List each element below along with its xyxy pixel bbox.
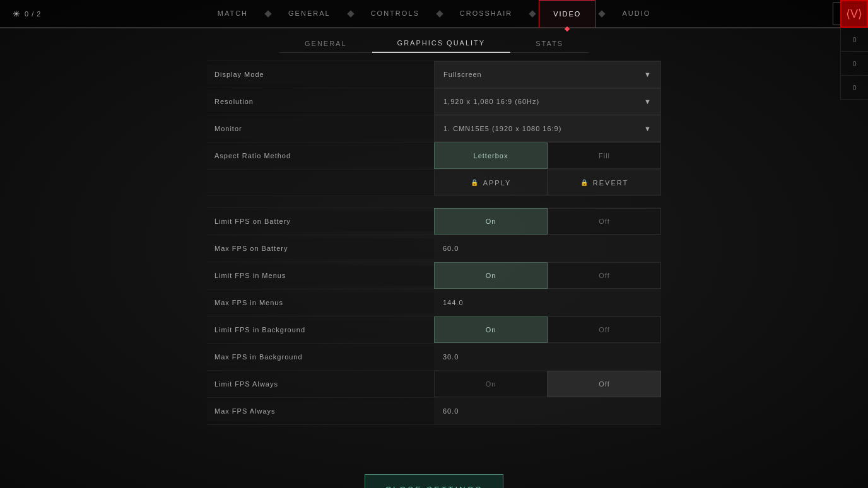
- max-fps-background-row: Max FPS in Background 30.0: [207, 344, 661, 371]
- max-fps-menus-label: Max FPS in Menus: [207, 293, 434, 313]
- limit-fps-battery-on[interactable]: On: [434, 208, 548, 235]
- max-fps-always-row: Max FPS Always 60.0: [207, 398, 661, 425]
- max-fps-menus-value: 144.0: [434, 289, 661, 316]
- display-mode-dropdown[interactable]: Fullscreen ▼: [434, 61, 661, 88]
- agent-symbol: ⟨V⟩: [846, 7, 862, 21]
- max-fps-always-value: 60.0: [434, 398, 661, 424]
- monitor-control: 1. CMN15E5 (1920 x 1080 16:9) ▼: [434, 115, 661, 142]
- max-fps-always-label: Max FPS Always: [207, 401, 434, 421]
- limit-fps-menus-row: Limit FPS in Menus On Off: [207, 262, 661, 289]
- dropdown-arrow-1: ▼: [644, 71, 652, 78]
- limit-fps-menus-toggle: On Off: [434, 262, 661, 289]
- limit-fps-always-label: Limit FPS Always: [207, 374, 434, 394]
- monitor-dropdown[interactable]: 1. CMN15E5 (1920 x 1080 16:9) ▼: [434, 115, 661, 142]
- nav-item-general[interactable]: GENERAL: [274, 0, 344, 28]
- nav-item-video[interactable]: VIDEO: [539, 0, 595, 28]
- limit-fps-battery-toggle: On Off: [434, 208, 661, 235]
- limit-fps-menus-label: Limit FPS in Menus: [207, 265, 434, 286]
- limit-fps-always-control: On Off: [434, 371, 661, 397]
- limit-fps-always-off[interactable]: Off: [548, 371, 661, 397]
- max-fps-background-control: 30.0: [434, 344, 661, 370]
- apply-button[interactable]: 🔒 APPLY: [434, 170, 548, 195]
- nav-item-crosshair[interactable]: CROSSHAIR: [446, 0, 526, 28]
- sub-tab-general[interactable]: GENERAL: [279, 35, 372, 53]
- limit-fps-background-on[interactable]: On: [434, 317, 548, 343]
- match-counter: ✳ 0 / 2: [13, 9, 41, 19]
- limit-fps-background-control: On Off: [434, 317, 661, 343]
- nav-item-match[interactable]: MATCH: [204, 0, 262, 28]
- agent-icon[interactable]: ⟨V⟩: [840, 0, 868, 28]
- nav-tabs: MATCH GENERAL CONTROLS CROSSHAIR VIDEO A…: [204, 0, 664, 28]
- monitor-row: Monitor 1. CMN15E5 (1920 x 1080 16:9) ▼: [207, 115, 661, 142]
- dropdown-arrow-2: ▼: [644, 98, 652, 105]
- apply-revert-row: 🔒 APPLY 🔒 REVERT: [207, 170, 661, 196]
- limit-fps-always-toggle: On Off: [434, 371, 661, 397]
- settings-panel: Display Mode Fullscreen ▼ Resolution 1,9…: [207, 61, 661, 436]
- aspect-ratio-control: Letterbox Fill: [434, 142, 661, 169]
- limit-fps-battery-control: On Off: [434, 208, 661, 235]
- side-stat-2: 0: [841, 52, 869, 76]
- display-settings-group: Display Mode Fullscreen ▼ Resolution 1,9…: [207, 61, 661, 196]
- lock-icon-apply: 🔒: [471, 179, 479, 186]
- limit-fps-battery-off[interactable]: Off: [548, 208, 661, 235]
- aspect-ratio-label: Aspect Ratio Method: [207, 146, 434, 166]
- limit-fps-always-row: Limit FPS Always On Off: [207, 371, 661, 398]
- nav-connector-4: [529, 10, 536, 17]
- max-fps-background-label: Max FPS in Background: [207, 347, 434, 367]
- nav-connector-3: [436, 10, 443, 17]
- display-mode-control: Fullscreen ▼: [434, 61, 661, 88]
- limit-fps-menus-control: On Off: [434, 262, 661, 289]
- limit-fps-background-row: Limit FPS in Background On Off: [207, 317, 661, 344]
- fill-toggle[interactable]: Fill: [548, 142, 661, 169]
- max-fps-menus-row: Max FPS in Menus 144.0: [207, 289, 661, 317]
- nav-connector-2: [347, 10, 354, 17]
- max-fps-background-value: 30.0: [434, 344, 661, 370]
- resolution-control: 1,920 x 1,080 16:9 (60Hz) ▼: [434, 88, 661, 115]
- limit-fps-background-label: Limit FPS in Background: [207, 320, 434, 340]
- max-fps-battery-label: Max FPS on Battery: [207, 238, 434, 259]
- lock-icon-revert: 🔒: [580, 179, 589, 186]
- snowflake-icon: ✳: [13, 9, 21, 19]
- top-navigation: ✳ 0 / 2 MATCH GENERAL CONTROLS CROSSHAIR…: [0, 0, 868, 28]
- letterbox-toggle[interactable]: Letterbox: [434, 142, 548, 169]
- resolution-dropdown[interactable]: 1,920 x 1,080 16:9 (60Hz) ▼: [434, 88, 661, 115]
- limit-fps-always-on[interactable]: On: [434, 371, 548, 397]
- resolution-row: Resolution 1,920 x 1,080 16:9 (60Hz) ▼: [207, 88, 661, 115]
- sub-tabs: GENERAL GRAPHICS QUALITY STATS: [279, 34, 589, 53]
- apply-spacer: [207, 170, 434, 195]
- side-stat-1: 0: [841, 28, 869, 52]
- nav-item-controls[interactable]: CONTROLS: [357, 0, 433, 28]
- limit-fps-background-toggle: On Off: [434, 317, 661, 343]
- max-fps-battery-value: 60.0: [434, 235, 661, 262]
- limit-fps-menus-on[interactable]: On: [434, 262, 548, 289]
- limit-fps-battery-label: Limit FPS on Battery: [207, 211, 434, 231]
- max-fps-battery-row: Max FPS on Battery 60.0: [207, 235, 661, 262]
- nav-connector-1: [264, 10, 271, 17]
- max-fps-menus-control: 144.0: [434, 289, 661, 316]
- limit-fps-menus-off[interactable]: Off: [548, 262, 661, 289]
- sub-tab-stats[interactable]: STATS: [510, 35, 589, 53]
- monitor-label: Monitor: [207, 119, 434, 139]
- side-stats: 0 0 0: [840, 28, 868, 100]
- max-fps-always-control: 60.0: [434, 398, 661, 424]
- nav-item-audio[interactable]: AUDIO: [608, 0, 664, 28]
- display-mode-label: Display Mode: [207, 64, 434, 84]
- side-stat-3: 0: [841, 76, 869, 100]
- nav-connector-5: [599, 10, 606, 17]
- resolution-label: Resolution: [207, 91, 434, 112]
- limit-fps-battery-row: Limit FPS on Battery On Off: [207, 207, 661, 235]
- revert-button[interactable]: 🔒 REVERT: [548, 170, 661, 195]
- aspect-ratio-toggle-group: Letterbox Fill: [434, 142, 661, 169]
- fps-settings-group: Limit FPS on Battery On Off Ma: [207, 207, 661, 425]
- aspect-ratio-row: Aspect Ratio Method Letterbox Fill: [207, 142, 661, 170]
- main-content: GENERAL GRAPHICS QUALITY STATS Display M…: [0, 28, 868, 488]
- apply-revert-controls: 🔒 APPLY 🔒 REVERT: [434, 170, 661, 195]
- display-mode-row: Display Mode Fullscreen ▼: [207, 61, 661, 88]
- limit-fps-background-off[interactable]: Off: [548, 317, 661, 343]
- max-fps-battery-control: 60.0: [434, 235, 661, 262]
- close-settings-button[interactable]: CLOSE SETTINGS: [365, 474, 503, 488]
- sub-tab-graphics-quality[interactable]: GRAPHICS QUALITY: [372, 34, 511, 53]
- dropdown-arrow-3: ▼: [644, 125, 652, 132]
